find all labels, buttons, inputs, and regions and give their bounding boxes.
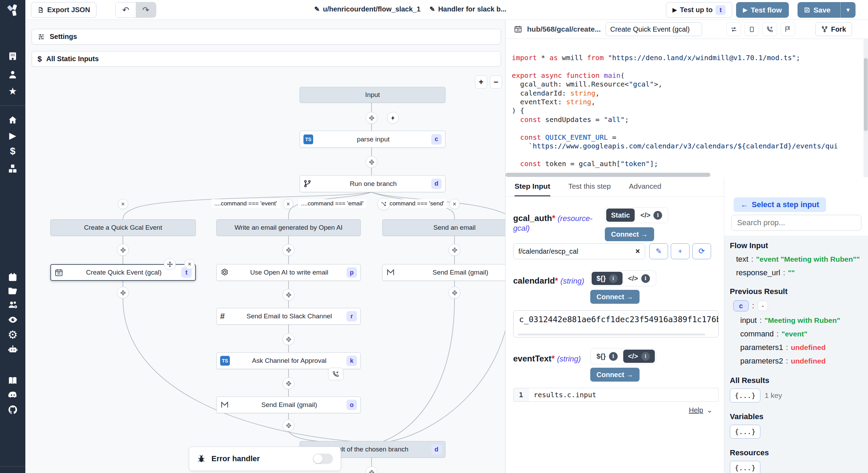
flow-branch-header-email[interactable]: Write an email generated by Open AI xyxy=(216,219,361,236)
resources-object-button[interactable]: {...} xyxy=(730,461,760,473)
prop-row[interactable]: input: "Meeting with Ruben" xyxy=(740,316,868,325)
tab-step-input[interactable]: Step Input xyxy=(515,182,550,196)
docs-book-icon[interactable] xyxy=(0,374,25,388)
flow-summary-breadcrumb[interactable]: ✎ Handler for slack b... xyxy=(429,5,507,13)
sleep-settings-button[interactable] xyxy=(781,22,795,36)
add-step-button[interactable] xyxy=(449,287,460,299)
flow-canvas[interactable]: Settings $ All Static Inputs + − Input T… xyxy=(25,20,506,473)
fork-button[interactable]: Fork xyxy=(815,22,852,36)
calendar-id-value-box[interactable]: c_0312442e881ae6fcf1dec23f54916a389f1c17… xyxy=(513,310,719,337)
branch-condition-label[interactable]: ....command === 'send' xyxy=(380,199,447,208)
template-mode-option[interactable]: ${}i xyxy=(592,272,623,285)
all-results-object-button[interactable]: {...} xyxy=(730,389,760,402)
event-text-expression-editor[interactable]: 1 results.c.input xyxy=(513,388,719,402)
edit-resource-button[interactable]: ✎ xyxy=(649,243,668,259)
delete-branch-button[interactable]: × xyxy=(449,199,460,209)
add-step-button[interactable] xyxy=(449,244,460,256)
save-button[interactable]: Save xyxy=(798,2,837,18)
code-editor[interactable]: import * as wmill from "https://deno.lan… xyxy=(506,39,868,177)
runs-icon[interactable]: ▶ xyxy=(0,129,25,142)
calendar-id-connect-button[interactable]: Connect → xyxy=(590,290,640,304)
add-resource-button[interactable]: + xyxy=(671,243,690,259)
template-mode-option[interactable]: ${}i xyxy=(592,350,623,363)
variables-object-button[interactable]: {...} xyxy=(730,425,760,439)
select-step-input-button[interactable]: ← Select a step input xyxy=(734,197,826,212)
restart-script-button[interactable] xyxy=(726,22,741,36)
static-mode-option[interactable]: Static xyxy=(606,209,635,222)
add-step-button[interactable] xyxy=(283,419,294,431)
clear-icon[interactable]: × xyxy=(635,247,640,256)
suspend-settings-button[interactable] xyxy=(762,22,777,36)
flow-node-parse-input[interactable]: TS parse input c xyxy=(300,131,445,148)
favorites-star-icon[interactable]: ★ xyxy=(0,84,25,98)
flow-node-send-email-gmail-top[interactable]: Send Email (gmail) xyxy=(382,264,506,281)
prop-row[interactable]: parameters2: undefined xyxy=(740,357,868,366)
schedules-icon[interactable] xyxy=(0,270,25,284)
delete-step-button[interactable]: × xyxy=(184,259,195,269)
error-handler-toggle[interactable] xyxy=(313,454,333,464)
prop-row[interactable]: text: "event "Meeting with Ruben"" xyxy=(736,255,868,264)
prop-row[interactable]: response_url: "" xyxy=(736,268,868,277)
resources-icon[interactable] xyxy=(0,162,25,176)
test-flow-button[interactable]: ▶ Test flow xyxy=(736,2,789,18)
branch-condition-label[interactable]: ....command === 'event' xyxy=(211,199,280,208)
gcal-auth-resource-input[interactable]: f/calendar/escp_cal × xyxy=(513,243,645,259)
code-mode-option[interactable]: </>i xyxy=(635,209,667,222)
help-link[interactable]: Help ⌄ xyxy=(689,406,712,414)
vertical-scrollbar[interactable] xyxy=(864,58,868,131)
trigger-button[interactable] xyxy=(387,112,399,124)
flow-node-ask-approval[interactable]: TS Ask Channel for Approval k xyxy=(216,352,361,369)
flow-node-run-one-branch[interactable]: Run one branch d xyxy=(300,175,445,192)
mobile-view-button[interactable] xyxy=(744,22,759,36)
variables-icon[interactable]: $ xyxy=(0,144,25,158)
undo-button[interactable]: ↶ xyxy=(116,2,136,17)
collapse-button[interactable]: - xyxy=(758,301,768,311)
step-id-badge[interactable]: c xyxy=(733,300,749,311)
code-mode-option[interactable]: </>i xyxy=(623,350,655,363)
folders-icon[interactable] xyxy=(0,284,25,297)
github-icon[interactable] xyxy=(0,403,25,417)
branch-condition-label[interactable]: ....command === 'email' xyxy=(298,199,366,208)
user-icon[interactable] xyxy=(0,67,25,81)
flow-node-use-openai[interactable]: Use Open AI to write email p xyxy=(216,264,361,281)
export-json-button[interactable]: Export JSON xyxy=(31,2,97,18)
flow-node-send-email-gmail[interactable]: Send Email (gmail) o xyxy=(216,397,361,413)
flow-settings-bar[interactable]: Settings xyxy=(32,29,501,44)
add-step-button[interactable] xyxy=(117,244,129,256)
test-up-to-button[interactable]: ▶ Test up to t xyxy=(666,2,732,18)
horizontal-scrollbar[interactable] xyxy=(506,173,710,177)
flow-node-send-slack[interactable]: # Send Email to Slack Channel r xyxy=(216,308,361,325)
flow-node-input[interactable]: Input xyxy=(300,87,445,103)
workspace-icon[interactable] xyxy=(0,49,25,63)
home-icon[interactable] xyxy=(0,113,25,127)
tab-test-this-step[interactable]: Test this step xyxy=(568,182,611,196)
move-step-handle[interactable] xyxy=(164,258,176,270)
search-prop-input[interactable] xyxy=(731,215,861,231)
save-dropdown-button[interactable]: ▾ xyxy=(840,2,856,18)
discord-icon[interactable] xyxy=(0,388,25,402)
settings-gear-icon[interactable]: ⚙ xyxy=(0,328,25,342)
add-step-button[interactable] xyxy=(283,289,294,301)
groups-icon[interactable] xyxy=(0,298,25,312)
flow-branch-header-send[interactable]: Send an email xyxy=(382,219,506,236)
zoom-in-button[interactable]: + xyxy=(475,75,487,89)
event-text-connect-button[interactable]: Connect → xyxy=(590,368,640,382)
prop-row[interactable]: parameters1: undefined xyxy=(740,343,868,352)
add-step-button[interactable] xyxy=(366,112,377,124)
add-step-button[interactable] xyxy=(283,333,294,345)
code-mode-option[interactable]: </>i xyxy=(623,272,655,285)
step-name-input[interactable] xyxy=(606,22,702,36)
move-branch-button[interactable] xyxy=(377,198,390,210)
flow-branch-header-gcal[interactable]: Create a Quick Gcal Event xyxy=(50,219,196,236)
zoom-out-button[interactable]: − xyxy=(490,75,502,89)
windmill-logo[interactable] xyxy=(0,0,25,20)
delete-branch-button[interactable]: × xyxy=(283,199,293,209)
add-step-button[interactable] xyxy=(117,287,129,299)
suspend-step-button[interactable] xyxy=(328,368,343,380)
flow-path-breadcrumb[interactable]: ✎ u/henricourdent/flow_slack_1 xyxy=(314,5,420,13)
audit-eye-icon[interactable] xyxy=(0,313,25,327)
delete-branch-button[interactable]: × xyxy=(118,199,128,209)
add-step-button[interactable] xyxy=(283,377,294,389)
tab-advanced[interactable]: Advanced xyxy=(629,182,661,196)
workers-robot-icon[interactable] xyxy=(0,342,25,356)
